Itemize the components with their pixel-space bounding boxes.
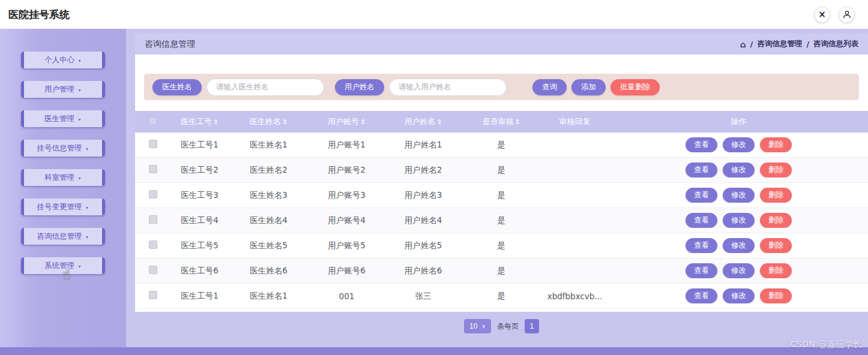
- cell-account: 用户账号1: [309, 140, 384, 151]
- view-button[interactable]: 查看: [686, 263, 717, 278]
- edit-button[interactable]: 修改: [723, 188, 755, 203]
- table-body: 医生工号1 医生姓名1 用户账号1 用户姓名1 是 查看修改删除 医生工号2 医…: [135, 133, 868, 309]
- column-header[interactable]: 操作: [609, 116, 868, 127]
- row-checkbox[interactable]: [149, 266, 157, 274]
- sidebar-item-2[interactable]: 用户管理 ▼: [21, 81, 105, 98]
- watermark: CSDN @嘉应学长: [791, 339, 862, 350]
- table-row: 医生工号2 医生姓名2 用户账号2 用户姓名2 是 查看修改删除: [135, 158, 868, 183]
- cell-doctor-name: 医生姓名6: [228, 266, 309, 276]
- user-icon-glyph: [843, 10, 851, 19]
- delete-button[interactable]: 删除: [760, 213, 792, 228]
- breadcrumb-item-management[interactable]: 咨询信息管理: [757, 39, 802, 49]
- edit-button[interactable]: 修改: [723, 288, 755, 303]
- cell-reviewed: 是: [462, 140, 540, 151]
- delete-button[interactable]: 删除: [760, 163, 792, 178]
- column-header[interactable]: 是否审核⇕: [462, 116, 540, 127]
- row-actions: 查看修改删除: [609, 263, 868, 278]
- column-header-label: 用户姓名: [404, 117, 435, 126]
- view-button[interactable]: 查看: [686, 288, 717, 303]
- chevron-down-icon: ▼: [85, 235, 89, 239]
- row-checkbox[interactable]: [149, 291, 157, 299]
- row-checkbox-cell: [135, 266, 171, 276]
- per-page-label: 条每页: [497, 321, 519, 332]
- column-header-label: 是否审核: [482, 117, 513, 126]
- sidebar-item-5[interactable]: 科室管理 ▼: [21, 169, 105, 186]
- search-button[interactable]: 查询: [532, 79, 567, 95]
- view-button[interactable]: 查看: [686, 238, 717, 253]
- view-button[interactable]: 查看: [686, 163, 717, 178]
- column-header-label: 审核回复: [559, 117, 591, 126]
- chevron-down-icon: ▼: [77, 59, 82, 63]
- sidebar-item-label: 科室管理: [44, 173, 74, 183]
- sort-icon[interactable]: ⇕: [360, 118, 366, 126]
- cell-reply: xbdfbbxcvb...: [540, 291, 609, 301]
- sidebar-item-3[interactable]: 医生管理 ▼: [21, 110, 105, 127]
- page-number-button[interactable]: 1: [525, 319, 539, 333]
- delete-button[interactable]: 删除: [760, 263, 792, 278]
- view-button[interactable]: 查看: [686, 213, 717, 228]
- breadcrumb-item-list[interactable]: 咨询信息列表: [813, 39, 858, 49]
- edit-button[interactable]: 修改: [723, 263, 755, 278]
- sort-icon[interactable]: ⇕: [282, 118, 288, 126]
- cell-doctor-no: 医生工号2: [171, 165, 228, 176]
- sidebar-item-1[interactable]: 个人中心 ▼: [21, 52, 105, 68]
- cell-reviewed: 是: [462, 266, 540, 276]
- delete-button[interactable]: 删除: [760, 137, 792, 152]
- chevron-down-icon: ▼: [85, 206, 89, 210]
- table-row: 医生工号5 医生姓名5 用户账号5 用户姓名5 是 查看修改删除: [135, 233, 868, 258]
- cell-reviewed: 是: [462, 291, 540, 302]
- row-checkbox[interactable]: [149, 165, 157, 173]
- delete-button[interactable]: 删除: [760, 188, 792, 203]
- row-checkbox[interactable]: [149, 140, 157, 148]
- cell-doctor-name: 医生姓名4: [228, 215, 309, 226]
- add-button[interactable]: 添加: [571, 79, 606, 95]
- column-header[interactable]: 用户姓名⇕: [384, 116, 462, 127]
- sidebar-item-8[interactable]: 系统管理 ▼: [21, 257, 105, 274]
- doctor-name-input[interactable]: [206, 79, 324, 96]
- table-row: 医生工号6 医生姓名6 用户账号6 用户姓名6 是 查看修改删除: [135, 258, 868, 284]
- sidebar-item-6[interactable]: 挂号变更管理 ▼: [21, 198, 105, 215]
- sidebar-item-4[interactable]: 挂号信息管理 ▼: [21, 140, 105, 157]
- column-header[interactable]: 医生姓名⇕: [228, 116, 309, 127]
- row-checkbox-cell: [135, 240, 171, 251]
- edit-button[interactable]: 修改: [723, 163, 755, 178]
- sort-icon[interactable]: ⇕: [436, 118, 442, 126]
- edit-button[interactable]: 修改: [723, 213, 755, 228]
- column-header[interactable]: 医生工号⇕: [171, 116, 228, 127]
- row-checkbox[interactable]: [149, 215, 157, 224]
- edit-button[interactable]: 修改: [723, 238, 755, 253]
- view-button[interactable]: 查看: [686, 137, 717, 152]
- topbar: 医院挂号系统 ×: [0, 0, 868, 29]
- breadcrumb-separator: /: [806, 40, 809, 49]
- cell-account: 001: [309, 291, 384, 301]
- row-checkbox[interactable]: [149, 240, 157, 249]
- home-icon[interactable]: ⌂: [740, 40, 746, 49]
- edit-button[interactable]: 修改: [723, 137, 755, 152]
- select-all-checkbox[interactable]: [149, 117, 157, 125]
- delete-button[interactable]: 删除: [760, 288, 792, 303]
- cell-user-name: 用户姓名4: [384, 215, 462, 226]
- sort-icon[interactable]: ⇕: [514, 118, 520, 126]
- table-row: 医生工号4 医生姓名4 用户账号4 用户姓名4 是 查看修改删除: [135, 208, 868, 233]
- breadcrumb-separator: /: [750, 40, 753, 49]
- chevron-down-icon: ▼: [85, 147, 89, 151]
- user-icon[interactable]: [839, 7, 855, 23]
- row-actions: 查看修改删除: [609, 137, 868, 152]
- cell-doctor-name: 医生姓名2: [228, 165, 309, 176]
- batch-delete-button[interactable]: 批量删除: [610, 79, 660, 95]
- table-row: 医生工号1 医生姓名1 用户账号1 用户姓名1 是 查看修改删除: [135, 133, 868, 158]
- page-size-select[interactable]: 10 ∨: [464, 319, 491, 333]
- user-name-label: 用户姓名: [335, 79, 384, 95]
- view-button[interactable]: 查看: [686, 188, 717, 203]
- sidebar-item-label: 个人中心: [44, 55, 74, 65]
- user-name-input[interactable]: [389, 79, 507, 96]
- column-header[interactable]: 审核回复: [540, 116, 609, 127]
- delete-button[interactable]: 删除: [760, 238, 792, 253]
- sidebar-item-7[interactable]: 咨询信息管理 ▼: [21, 228, 105, 245]
- cell-account: 用户账号4: [309, 215, 384, 226]
- row-checkbox[interactable]: [149, 190, 157, 198]
- column-header-label: 医生姓名: [250, 117, 281, 126]
- close-icon[interactable]: ×: [814, 7, 830, 23]
- sort-icon[interactable]: ⇕: [213, 118, 219, 126]
- column-header[interactable]: 用户账号⇕: [309, 116, 384, 127]
